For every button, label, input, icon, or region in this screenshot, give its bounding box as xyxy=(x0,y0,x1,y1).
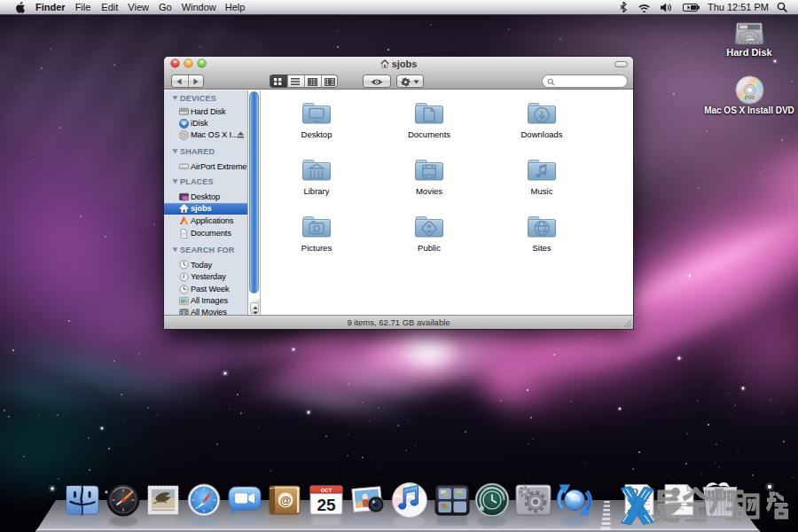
svg-text:OCT: OCT xyxy=(321,488,332,493)
svg-text:DVD: DVD xyxy=(744,95,755,100)
svg-text:@: @ xyxy=(280,494,292,507)
svg-text:25: 25 xyxy=(317,496,336,514)
